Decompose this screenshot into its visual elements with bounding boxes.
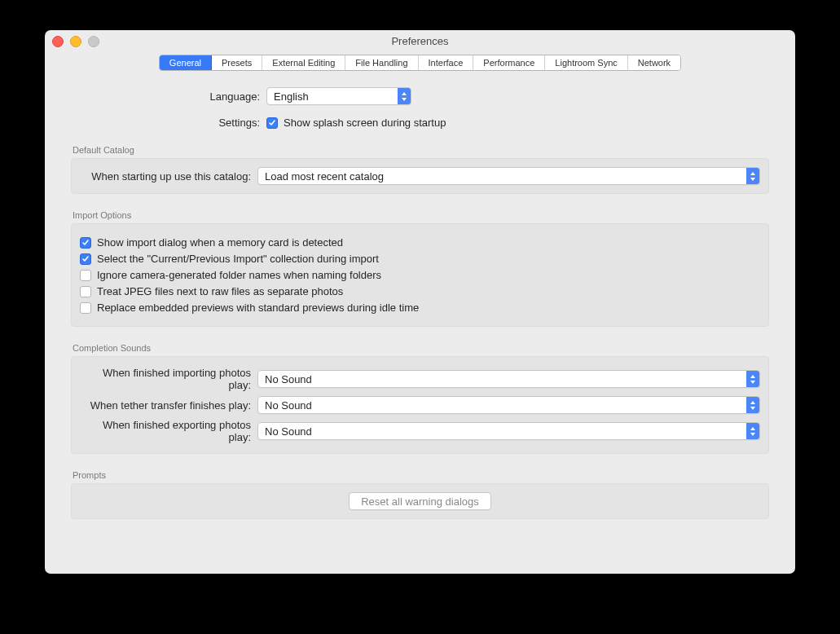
preferences-window: Preferences General Presets External Edi…	[45, 30, 795, 574]
ignore-folder-names-checkbox[interactable]	[80, 270, 91, 281]
tab-external-editing[interactable]: External Editing	[262, 55, 345, 70]
chevron-updown-icon	[746, 423, 759, 439]
tab-bar: General Presets External Editing File Ha…	[45, 55, 795, 71]
tether-finished-value: No Sound	[258, 399, 759, 412]
svg-marker-3	[750, 178, 755, 181]
finished-exporting-value: No Sound	[258, 425, 759, 438]
finished-importing-label: When finished importing photos play:	[80, 367, 257, 391]
tab-segmented-control: General Presets External Editing File Ha…	[159, 55, 681, 71]
import-options-heading: Import Options	[73, 210, 769, 220]
language-label: Language:	[71, 90, 266, 103]
import-options-section: Import Options Show import dialog when a…	[71, 210, 769, 327]
select-current-import-label: Select the "Current/Previous Import" col…	[97, 253, 379, 265]
splash-screen-label: Show splash screen during startup	[284, 117, 446, 129]
replace-previews-checkbox[interactable]	[80, 302, 91, 314]
chevron-updown-icon	[746, 397, 759, 413]
language-value: English	[267, 90, 327, 103]
ignore-folder-names-label: Ignore camera-generated folder names whe…	[97, 269, 381, 281]
startup-catalog-select[interactable]: Load most recent catalog	[257, 167, 760, 185]
svg-marker-1	[402, 98, 407, 101]
minimize-icon[interactable]	[70, 36, 81, 47]
svg-marker-2	[750, 172, 755, 175]
tab-presets[interactable]: Presets	[212, 55, 262, 70]
startup-catalog-label: When starting up use this catalog:	[80, 170, 257, 183]
svg-marker-8	[750, 427, 755, 430]
reset-warning-dialogs-button[interactable]: Reset all warning dialogs	[349, 492, 491, 510]
prompts-heading: Prompts	[73, 470, 769, 480]
chevron-updown-icon	[398, 88, 411, 104]
finished-importing-value: No Sound	[258, 373, 759, 385]
tab-file-handling[interactable]: File Handling	[345, 55, 418, 70]
svg-marker-5	[750, 381, 755, 384]
titlebar: Preferences	[45, 30, 795, 51]
tether-finished-select[interactable]: No Sound	[257, 396, 760, 414]
show-import-dialog-checkbox[interactable]	[80, 237, 91, 249]
treat-jpeg-separate-checkbox[interactable]	[80, 286, 91, 297]
tab-network[interactable]: Network	[628, 55, 680, 70]
finished-importing-select[interactable]: No Sound	[257, 370, 760, 388]
splash-screen-checkbox[interactable]	[266, 117, 278, 129]
svg-marker-4	[750, 375, 755, 378]
chevron-updown-icon	[746, 168, 759, 184]
window-controls	[52, 36, 99, 47]
tab-performance[interactable]: Performance	[473, 55, 545, 70]
select-current-import-checkbox[interactable]	[80, 253, 91, 265]
svg-marker-0	[402, 92, 407, 95]
treat-jpeg-separate-label: Treat JPEG files next to raw files as se…	[97, 285, 343, 297]
tab-general[interactable]: General	[160, 55, 212, 70]
tether-finished-label: When tether transfer finishes play:	[80, 399, 257, 412]
completion-sounds-section: Completion Sounds When finished importin…	[71, 343, 769, 454]
finished-exporting-label: When finished exporting photos play:	[80, 419, 257, 443]
svg-marker-6	[750, 401, 755, 404]
settings-label: Settings:	[71, 117, 266, 129]
svg-marker-9	[750, 433, 755, 436]
prompts-section: Prompts Reset all warning dialogs	[71, 470, 769, 519]
chevron-updown-icon	[746, 371, 759, 387]
tab-interface[interactable]: Interface	[419, 55, 474, 70]
show-import-dialog-label: Show import dialog when a memory card is…	[97, 236, 343, 249]
tab-lightroom-sync[interactable]: Lightroom Sync	[545, 55, 627, 70]
startup-catalog-value: Load most recent catalog	[258, 170, 759, 183]
content-pane: Language: English Settings: Show splash …	[61, 71, 779, 561]
language-select[interactable]: English	[266, 87, 411, 105]
zoom-icon	[88, 36, 99, 47]
default-catalog-heading: Default Catalog	[73, 145, 769, 155]
completion-sounds-heading: Completion Sounds	[73, 343, 769, 353]
replace-previews-label: Replace embedded previews with standard …	[97, 302, 419, 314]
close-icon[interactable]	[52, 36, 64, 47]
finished-exporting-select[interactable]: No Sound	[257, 422, 760, 440]
window-title: Preferences	[391, 35, 448, 47]
svg-marker-7	[750, 407, 755, 410]
default-catalog-section: Default Catalog When starting up use thi…	[71, 145, 769, 194]
